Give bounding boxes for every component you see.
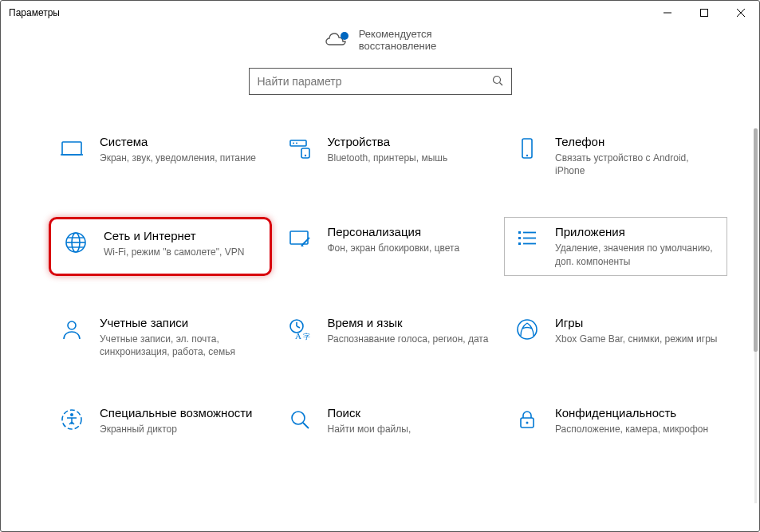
svg-point-10 xyxy=(293,143,294,144)
privacy-icon xyxy=(514,406,541,433)
tile-sub: Экран, звук, уведомления, питание xyxy=(100,152,262,164)
svg-point-35 xyxy=(518,320,537,339)
tile-title: Телефон xyxy=(555,135,718,148)
svg-point-41 xyxy=(526,422,529,424)
gaming-icon xyxy=(514,316,541,343)
svg-rect-7 xyxy=(62,142,81,155)
tile-title: Учетные записи xyxy=(100,316,262,329)
tile-sub: Wi-Fi, режим "в самолете", VPN xyxy=(104,246,258,258)
tile-title: Сеть и Интернет xyxy=(104,229,258,242)
banner-line1: Рекомендуется xyxy=(359,28,437,40)
svg-rect-27 xyxy=(518,242,521,245)
accounts-icon xyxy=(58,316,85,343)
svg-point-4 xyxy=(341,32,348,40)
ease-icon xyxy=(58,406,85,433)
onedrive-banner[interactable]: Рекомендуется восстановление xyxy=(1,25,759,68)
svg-rect-1 xyxy=(701,10,708,17)
tile-title: Специальные возможности xyxy=(100,406,262,420)
tile-search[interactable]: Поиск Найти мои файлы, xyxy=(277,398,500,443)
tile-sub: Удаление, значения по умолчанию, доп. ко… xyxy=(555,242,718,267)
tile-sub: Распознавание голоса, регион, дата xyxy=(328,333,490,345)
svg-rect-25 xyxy=(518,237,521,239)
tile-devices[interactable]: Устройства Bluetooth, принтеры, мышь xyxy=(277,127,500,185)
tile-title: Конфиденциальность xyxy=(555,406,718,420)
svg-line-32 xyxy=(297,326,300,328)
tile-sub: Фон, экран блокировки, цвета xyxy=(328,242,490,254)
minimize-button[interactable] xyxy=(649,1,686,25)
tile-sub: Экранный диктор xyxy=(100,423,262,435)
tile-sub: Связать устройство с Android, iPhone xyxy=(555,152,718,177)
time-language-icon: A字 xyxy=(286,316,313,343)
personalization-icon xyxy=(286,225,313,252)
window-title: Параметры xyxy=(9,7,60,18)
tile-apps[interactable]: Приложения Удаление, значения по умолчан… xyxy=(504,217,727,275)
svg-point-38 xyxy=(292,412,305,424)
tile-personalization[interactable]: Персонализация Фон, экран блокировки, цв… xyxy=(277,217,500,275)
settings-grid: Система Экран, звук, уведомления, питани… xyxy=(1,127,759,443)
search-input[interactable] xyxy=(258,75,492,88)
banner-line2: восстановление xyxy=(359,40,437,52)
maximize-button[interactable] xyxy=(686,1,723,25)
network-icon xyxy=(62,229,89,256)
phone-icon xyxy=(514,135,541,162)
close-button[interactable] xyxy=(723,1,759,25)
tile-privacy[interactable]: Конфиденциальность Расположение, камера,… xyxy=(504,398,727,443)
tile-title: Персонализация xyxy=(328,225,490,238)
tile-accounts[interactable]: Учетные записи Учетные записи, эл. почта… xyxy=(49,308,272,366)
svg-line-6 xyxy=(499,82,502,85)
tile-sub: Bluetooth, принтеры, мышь xyxy=(328,152,490,164)
scrollbar-thumb[interactable] xyxy=(754,128,758,352)
tile-title: Поиск xyxy=(328,406,490,420)
tile-gaming[interactable]: Игры Xbox Game Bar, снимки, режим игры xyxy=(504,308,727,366)
tile-title: Устройства xyxy=(328,135,490,148)
tile-title: Игры xyxy=(555,316,718,329)
search-tile-icon xyxy=(286,406,313,433)
settings-window: Параметры Рекомендуется восстановление xyxy=(0,0,760,532)
tile-ease-of-access[interactable]: Специальные возможности Экранный диктор xyxy=(49,398,272,443)
tile-network[interactable]: Сеть и Интернет Wi-Fi, режим "в самолете… xyxy=(49,217,272,275)
titlebar: Параметры xyxy=(1,1,759,25)
cloud-alert-icon xyxy=(324,31,348,49)
svg-point-5 xyxy=(493,76,500,83)
svg-text:A: A xyxy=(295,331,301,341)
tile-sub: Найти мои файлы, xyxy=(328,423,490,435)
svg-line-39 xyxy=(303,423,309,428)
svg-point-15 xyxy=(526,155,528,156)
devices-icon xyxy=(286,135,313,162)
apps-icon xyxy=(514,225,541,252)
svg-point-29 xyxy=(68,321,76,329)
tile-title: Система xyxy=(100,135,262,148)
svg-point-11 xyxy=(296,143,297,144)
tile-system[interactable]: Система Экран, звук, уведомления, питани… xyxy=(49,127,272,185)
search-box[interactable] xyxy=(249,68,512,95)
svg-text:字: 字 xyxy=(303,333,310,341)
system-icon xyxy=(58,135,85,162)
tile-title: Приложения xyxy=(555,225,718,238)
svg-rect-23 xyxy=(518,231,521,234)
tile-sub: Расположение, камера, микрофон xyxy=(555,423,718,435)
svg-point-13 xyxy=(304,155,305,156)
tile-title: Время и язык xyxy=(328,316,490,329)
tile-sub: Учетные записи, эл. почта, синхронизация… xyxy=(100,333,262,358)
svg-point-37 xyxy=(70,413,73,416)
search-icon xyxy=(492,75,503,89)
tile-phone[interactable]: Телефон Связать устройство с Android, iP… xyxy=(504,127,727,185)
tile-sub: Xbox Game Bar, снимки, режим игры xyxy=(555,333,718,345)
tile-time-language[interactable]: A字 Время и язык Распознавание голоса, ре… xyxy=(277,308,500,366)
